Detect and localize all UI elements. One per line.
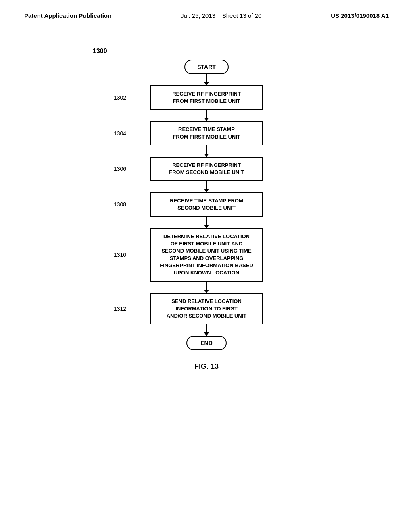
arrow-start-1302 xyxy=(206,74,207,85)
step-1310-label: 1310 xyxy=(114,251,126,258)
publication-date: Jul. 25, 2013 xyxy=(181,12,215,19)
sheet-info: Sheet 13 of 20 xyxy=(222,12,262,19)
arrow-1306-1308 xyxy=(206,181,207,192)
arrow-1302-1304 xyxy=(206,110,207,121)
step-1312-row: 1312 SEND RELATIVE LOCATIONINFORMATION T… xyxy=(150,293,263,325)
step-1308-label: 1308 xyxy=(114,201,126,208)
page-header: Patent Application Publication Jul. 25, … xyxy=(0,0,413,23)
diagram-container: 1300 START 1302 RECEIVE RF FINGERPRINTFR… xyxy=(0,23,413,379)
arrow-1304-1306 xyxy=(206,145,207,157)
flowchart: START 1302 RECEIVE RF FINGERPRINTFROM FI… xyxy=(150,60,263,350)
step-1302-row: 1302 RECEIVE RF FINGERPRINTFROM FIRST MO… xyxy=(150,85,263,110)
step-1312-label: 1312 xyxy=(114,305,126,312)
date-sheet-info: Jul. 25, 2013 Sheet 13 of 20 xyxy=(181,12,261,19)
step-1306-row: 1306 RECEIVE RF FINGERPRINTFROM SECOND M… xyxy=(150,157,263,181)
patent-number: US 2013/0190018 A1 xyxy=(331,12,389,19)
step-1310-node: DETERMINE RELATIVE LOCATIONOF FIRST MOBI… xyxy=(150,228,263,282)
arrow-1310-1312 xyxy=(206,282,207,293)
step-1306-node: RECEIVE RF FINGERPRINTFROM SECOND MOBILE… xyxy=(150,157,263,181)
end-node: END xyxy=(186,336,227,350)
step-1304-row: 1304 RECEIVE TIME STAMPFROM FIRST MOBILE… xyxy=(150,121,263,145)
step-1308-row: 1308 RECEIVE TIME STAMP FROMSECOND MOBIL… xyxy=(150,192,263,216)
step-1312-node: SEND RELATIVE LOCATIONINFORMATION TO FIR… xyxy=(150,293,263,325)
step-1302-node: RECEIVE RF FINGERPRINTFROM FIRST MOBILE … xyxy=(150,85,263,110)
step-1306-label: 1306 xyxy=(114,166,126,172)
publication-label: Patent Application Publication xyxy=(24,12,111,19)
step-1304-node: RECEIVE TIME STAMPFROM FIRST MOBILE UNIT xyxy=(150,121,263,145)
step-1308-node: RECEIVE TIME STAMP FROMSECOND MOBILE UNI… xyxy=(150,192,263,216)
step-1310-row: 1310 DETERMINE RELATIVE LOCATIONOF FIRST… xyxy=(150,228,263,282)
step-1302-label: 1302 xyxy=(114,94,126,101)
start-node: START xyxy=(184,60,229,74)
arrow-1312-end xyxy=(206,324,207,336)
figure-caption: FIG. 13 xyxy=(194,362,219,371)
step-1304-label: 1304 xyxy=(114,130,126,137)
diagram-label: 1300 xyxy=(93,48,107,55)
arrow-1308-1310 xyxy=(206,217,207,228)
